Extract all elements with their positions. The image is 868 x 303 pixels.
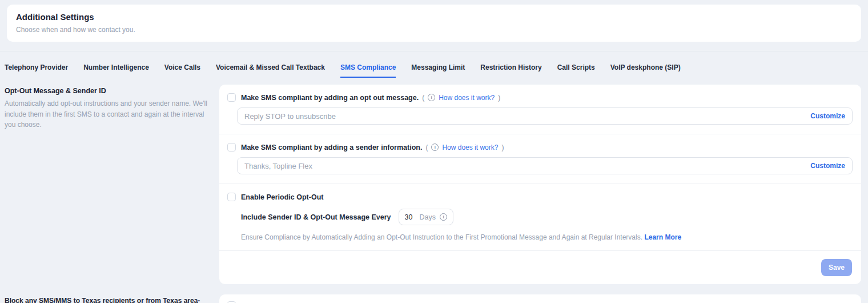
learn-more-link[interactable]: Learn More bbox=[644, 233, 681, 241]
optout-message-label: Make SMS compliant by adding an opt out … bbox=[241, 94, 419, 102]
bracket-open: ( bbox=[425, 143, 428, 152]
save-button[interactable]: Save bbox=[821, 259, 852, 276]
how-does-it-work-link[interactable]: How does it work? bbox=[439, 94, 495, 102]
tab-restriction-history[interactable]: Restriction History bbox=[480, 63, 541, 78]
bracket-close: ) bbox=[498, 94, 500, 102]
interval-unit-label: Days bbox=[420, 213, 436, 221]
optout-settings-card: Make SMS compliant by adding an opt out … bbox=[219, 85, 861, 284]
settings-tab-bar: Telephony Provider Number Intelligence V… bbox=[0, 51, 868, 78]
tab-voicemail-missed-call-textback[interactable]: Voicemail & Missed Call Textback bbox=[216, 63, 325, 78]
page-subtitle: Choose when and how we contact you. bbox=[16, 26, 852, 34]
bracket-close: ) bbox=[501, 143, 504, 152]
optout-message-input[interactable] bbox=[237, 107, 853, 125]
optout-message-checkbox[interactable] bbox=[227, 93, 236, 102]
save-row: Save bbox=[219, 251, 861, 284]
sender-info-help: ( i How does it work? ) bbox=[425, 143, 504, 152]
optout-section-description: Automatically add opt-out instructions a… bbox=[5, 98, 208, 130]
texas-block-section: Block any SMS/MMS to Texas recipients or… bbox=[0, 294, 868, 303]
info-icon[interactable]: i bbox=[428, 94, 435, 101]
texas-block-card: Block any SMS/MMS to Texas recipients or… bbox=[219, 294, 861, 303]
sender-info-checkbox[interactable] bbox=[227, 143, 236, 152]
tab-voice-calls[interactable]: Voice Calls bbox=[164, 63, 200, 78]
info-icon[interactable]: i bbox=[431, 143, 439, 151]
optout-sidebar: Opt-Out Message & Sender ID Automaticall… bbox=[5, 85, 219, 284]
tab-voip-deskphone[interactable]: VoIP deskphone (SIP) bbox=[610, 63, 681, 78]
interval-days-input[interactable] bbox=[405, 213, 420, 221]
interval-label: Include Sender ID & Opt-Out Message Ever… bbox=[241, 213, 391, 221]
tab-call-scripts[interactable]: Call Scripts bbox=[557, 63, 595, 78]
periodic-optout-row: Enable Periodic Opt-Out Include Sender I… bbox=[219, 184, 861, 251]
periodic-optout-checkbox[interactable] bbox=[227, 193, 236, 201]
compliance-note-text: Ensure Compliance by Automatically Addin… bbox=[241, 233, 642, 241]
periodic-optout-label: Enable Periodic Opt-Out bbox=[241, 193, 323, 201]
optout-section-title: Opt-Out Message & Sender ID bbox=[5, 87, 208, 95]
sender-info-row: Make SMS compliant by adding a sender in… bbox=[219, 134, 861, 184]
tab-sms-compliance[interactable]: SMS Compliance bbox=[340, 63, 396, 78]
tab-telephony-provider[interactable]: Telephony Provider bbox=[5, 63, 68, 78]
tab-number-intelligence[interactable]: Number Intelligence bbox=[83, 63, 149, 78]
sender-info-label: Make SMS compliant by adding a sender in… bbox=[241, 143, 422, 152]
texas-block-sidebar-label: Block any SMS/MMS to Texas recipients or… bbox=[5, 294, 219, 303]
sender-info-input[interactable] bbox=[237, 157, 853, 174]
sender-info-customize-button[interactable]: Customize bbox=[810, 162, 845, 170]
tab-messaging-limit[interactable]: Messaging Limit bbox=[411, 63, 465, 78]
compliance-note: Ensure Compliance by Automatically Addin… bbox=[241, 233, 853, 241]
bracket-open: ( bbox=[422, 94, 424, 102]
optout-message-help: ( i How does it work? ) bbox=[422, 94, 500, 102]
interval-input-group: Days i bbox=[399, 209, 453, 225]
page-header-card: Additional Settings Choose when and how … bbox=[7, 5, 861, 42]
info-icon[interactable]: i bbox=[440, 213, 447, 221]
optout-section: Opt-Out Message & Sender ID Automaticall… bbox=[0, 78, 868, 284]
how-does-it-work-link[interactable]: How does it work? bbox=[442, 143, 498, 152]
optout-message-customize-button[interactable]: Customize bbox=[810, 112, 845, 120]
optout-message-row: Make SMS compliant by adding an opt out … bbox=[219, 85, 861, 134]
page-title: Additional Settings bbox=[16, 12, 852, 22]
